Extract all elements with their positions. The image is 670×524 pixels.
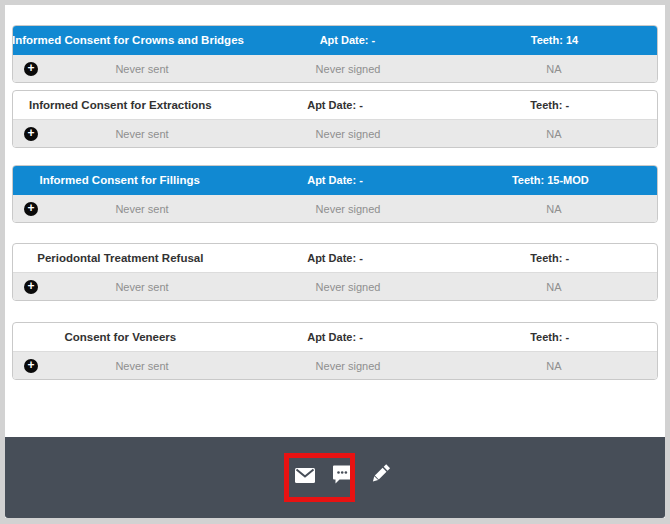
edit-button[interactable] bbox=[367, 460, 394, 487]
consent-card: Informed Consent for Extractions Apt Dat… bbox=[12, 90, 658, 148]
apt-date-label: Apt Date: - bbox=[244, 34, 451, 46]
consent-card: Consent for Veneers Apt Date: - Teeth: -… bbox=[12, 322, 658, 380]
consent-title: Informed Consent for Extractions bbox=[13, 99, 228, 111]
consent-card-header[interactable]: Consent for Veneers Apt Date: - Teeth: - bbox=[13, 323, 657, 352]
consent-card-header[interactable]: Periodontal Treatment Refusal Apt Date: … bbox=[13, 244, 657, 273]
mail-icon bbox=[293, 463, 317, 487]
action-toolbar bbox=[5, 437, 665, 518]
signed-status: Never signed bbox=[245, 203, 451, 215]
consent-title: Consent for Veneers bbox=[13, 331, 228, 343]
expand-button[interactable]: + bbox=[13, 273, 39, 300]
extra-status: NA bbox=[451, 281, 657, 293]
sent-status: Never sent bbox=[39, 128, 245, 140]
apt-date-label: Apt Date: - bbox=[228, 252, 443, 264]
sent-status: Never sent bbox=[39, 63, 245, 75]
plus-circle-icon: + bbox=[24, 127, 38, 141]
send-email-button[interactable] bbox=[293, 463, 317, 487]
apt-date-label: Apt Date: - bbox=[228, 331, 443, 343]
signed-status: Never signed bbox=[245, 360, 451, 372]
consent-status-row: + Never sent Never signed NA bbox=[13, 55, 657, 82]
consent-card-header[interactable]: Informed Consent for Crowns and Bridges … bbox=[12, 25, 658, 55]
signed-status: Never signed bbox=[245, 63, 451, 75]
consent-card-header[interactable]: Informed Consent for Fillings Apt Date: … bbox=[12, 165, 658, 195]
teeth-label: Teeth: - bbox=[442, 99, 657, 111]
consent-card-header[interactable]: Informed Consent for Extractions Apt Dat… bbox=[13, 91, 657, 120]
extra-status: NA bbox=[451, 128, 657, 140]
consent-card: Informed Consent for Crowns and Bridges … bbox=[12, 25, 658, 83]
consent-title: Periodontal Treatment Refusal bbox=[13, 252, 228, 264]
plus-circle-icon: + bbox=[24, 202, 38, 216]
consent-card: Informed Consent for Fillings Apt Date: … bbox=[12, 165, 658, 223]
extra-status: NA bbox=[451, 63, 657, 75]
consent-card: Periodontal Treatment Refusal Apt Date: … bbox=[12, 243, 658, 301]
extra-status: NA bbox=[451, 360, 657, 372]
apt-date-label: Apt Date: - bbox=[227, 174, 442, 186]
sent-status: Never sent bbox=[39, 281, 245, 293]
consent-forms-panel: Informed Consent for Crowns and Bridges … bbox=[5, 5, 665, 518]
consent-status-row: + Never sent Never signed NA bbox=[13, 195, 657, 222]
send-text-button[interactable] bbox=[330, 462, 354, 486]
consent-status-row: + Never sent Never signed NA bbox=[13, 273, 657, 300]
chat-icon bbox=[330, 462, 354, 486]
plus-circle-icon: + bbox=[24, 280, 38, 294]
pencil-icon bbox=[367, 460, 394, 487]
signed-status: Never signed bbox=[245, 128, 451, 140]
teeth-label: Teeth: - bbox=[442, 252, 657, 264]
expand-button[interactable]: + bbox=[13, 195, 39, 222]
teeth-label: Teeth: 14 bbox=[451, 34, 658, 46]
expand-button[interactable]: + bbox=[13, 55, 39, 82]
signed-status: Never signed bbox=[245, 281, 451, 293]
sent-status: Never sent bbox=[39, 203, 245, 215]
expand-button[interactable]: + bbox=[13, 120, 39, 147]
expand-button[interactable]: + bbox=[13, 352, 39, 379]
plus-circle-icon: + bbox=[24, 62, 38, 76]
apt-date-label: Apt Date: - bbox=[228, 99, 443, 111]
teeth-label: Teeth: 15-MOD bbox=[443, 174, 658, 186]
sent-status: Never sent bbox=[39, 360, 245, 372]
teeth-label: Teeth: - bbox=[442, 331, 657, 343]
plus-circle-icon: + bbox=[24, 359, 38, 373]
consent-status-row: + Never sent Never signed NA bbox=[13, 120, 657, 147]
extra-status: NA bbox=[451, 203, 657, 215]
consent-title: Informed Consent for Fillings bbox=[12, 174, 227, 186]
consent-title: Informed Consent for Crowns and Bridges bbox=[12, 34, 244, 46]
consent-status-row: + Never sent Never signed NA bbox=[13, 352, 657, 379]
